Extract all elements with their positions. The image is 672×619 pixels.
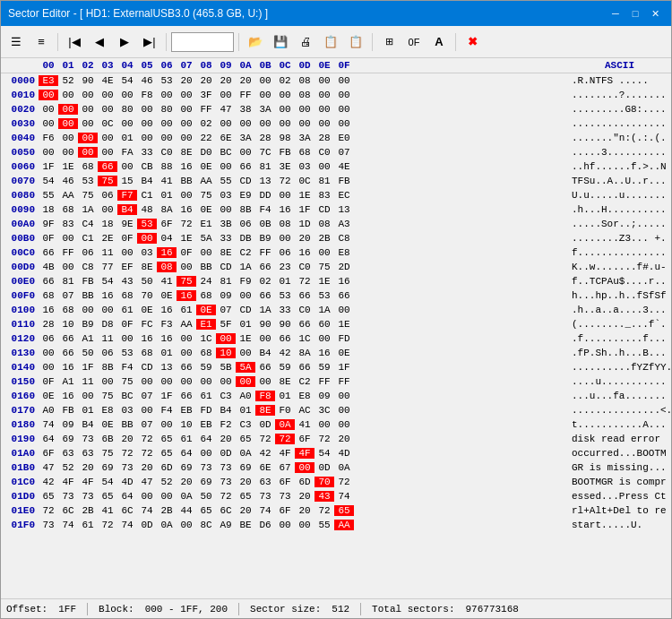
table-row[interactable]: 01E0726C2B416C742B44656C20746F207265rl+A… <box>1 503 671 518</box>
hex-cell[interactable]: 20 <box>295 505 314 516</box>
hex-cell[interactable]: 00 <box>196 448 216 459</box>
hex-cell[interactable]: 75 <box>117 376 137 387</box>
hex-cell[interactable]: 00 <box>78 305 98 315</box>
hex-cell[interactable]: 06 <box>98 348 117 358</box>
hex-cell[interactable]: 6B <box>98 434 117 444</box>
hex-cell[interactable]: 00 <box>275 90 295 100</box>
hex-cell[interactable]: E1 <box>196 319 216 330</box>
hex-cell[interactable]: 16 <box>177 290 196 301</box>
hex-cell[interactable]: 73 <box>78 434 98 444</box>
hex-cell[interactable]: 75 <box>98 176 117 186</box>
hex-cell[interactable]: 00 <box>78 147 98 158</box>
hex-cell[interactable]: 00 <box>334 90 354 100</box>
hex-cell[interactable]: 72 <box>117 448 137 459</box>
hex-cell[interactable]: F4 <box>117 362 137 373</box>
exit-button[interactable]: ✖ <box>461 30 484 54</box>
table-row[interactable]: 009018681A00B4488A160E008BF4161FCD13.h..… <box>1 202 671 217</box>
hex-cell[interactable]: 06 <box>78 247 98 258</box>
hex-cell[interactable]: 00 <box>177 190 196 201</box>
hex-cell[interactable]: C0 <box>295 305 314 315</box>
hex-cell[interactable]: 08 <box>275 219 295 229</box>
hex-cell[interactable]: C2 <box>236 247 255 258</box>
hex-cell[interactable]: E8 <box>295 391 314 401</box>
hex-cell[interactable]: EB <box>177 405 196 416</box>
hex-cell[interactable]: 07 <box>216 305 236 315</box>
hex-cell[interactable]: 5B <box>216 362 236 373</box>
hex-cell[interactable]: 16 <box>177 204 196 215</box>
hex-cell[interactable]: BB <box>177 176 196 186</box>
hex-cell[interactable]: 73 <box>39 520 58 530</box>
hex-cell[interactable]: F8 <box>255 391 275 401</box>
hex-cell[interactable]: 20 <box>117 434 137 444</box>
hex-cell[interactable]: 65 <box>236 434 255 444</box>
hex-cell[interactable]: AA <box>177 319 196 330</box>
hex-cell[interactable]: 72 <box>334 477 354 487</box>
hex-cell[interactable]: 66 <box>295 362 314 373</box>
hex-cell[interactable]: 75 <box>78 190 98 201</box>
hex-cell[interactable]: 53 <box>78 176 98 186</box>
hex-cell[interactable]: 00 <box>334 75 354 86</box>
hex-cell[interactable]: 16 <box>295 247 314 258</box>
hex-cell[interactable]: 88 <box>157 161 177 172</box>
print-button[interactable]: 🖨 <box>294 30 317 54</box>
hex-cell[interactable]: 69 <box>58 434 78 444</box>
hex-cell[interactable]: F9 <box>236 276 255 287</box>
hex-cell[interactable]: 1F <box>295 204 314 215</box>
hex-cell[interactable]: 90 <box>255 319 275 330</box>
hex-cell[interactable]: 00 <box>334 405 354 416</box>
hex-cell[interactable]: 53 <box>157 75 177 86</box>
hex-cell[interactable]: 00 <box>39 362 58 373</box>
hex-cell[interactable]: CD <box>314 204 334 215</box>
table-row[interactable]: 01B04752206973206D697373696E67000D0AGR i… <box>1 460 671 475</box>
hex-cell[interactable]: 10 <box>177 419 196 430</box>
hex-cell[interactable]: C0 <box>314 147 334 158</box>
hex-cell[interactable]: 0E <box>196 204 216 215</box>
hex-cell[interactable]: 66 <box>275 333 295 344</box>
hex-cell[interactable]: 6D <box>157 462 177 473</box>
hex-cell[interactable]: 74 <box>334 491 354 502</box>
hex-cell[interactable]: CD <box>137 362 157 373</box>
hex-cell[interactable]: 20 <box>295 491 314 502</box>
hex-cell[interactable]: 00 <box>236 147 255 158</box>
hex-cell[interactable]: 81 <box>314 176 334 186</box>
hex-cell[interactable]: 66 <box>255 262 275 272</box>
hex-cell[interactable]: 28 <box>255 133 275 143</box>
table-row[interactable]: 0000E352904E544653202020200002080000.R.N… <box>1 73 671 88</box>
hex-cell[interactable]: 10 <box>58 319 78 330</box>
hex-cell[interactable]: AA <box>334 520 354 530</box>
hex-cell[interactable]: 0E <box>196 305 216 315</box>
hex-cell[interactable]: 1E <box>177 233 196 244</box>
hex-cell[interactable]: 0E <box>196 161 216 172</box>
hex-cell[interactable]: 02 <box>255 276 275 287</box>
hex-cell[interactable]: CD <box>216 262 236 272</box>
hex-cell[interactable]: 01 <box>236 319 255 330</box>
hex-cell[interactable]: 75 <box>177 276 196 287</box>
hex-cell[interactable]: 1A <box>255 305 275 315</box>
hex-cell[interactable]: 00 <box>216 161 236 172</box>
hex-cell[interactable]: 00 <box>334 305 354 315</box>
hex-cell[interactable]: 68 <box>39 290 58 301</box>
hex-cell[interactable]: 9F <box>39 219 58 229</box>
hex-cell[interactable]: 72 <box>275 434 295 444</box>
hex-cell[interactable]: 8E <box>255 405 275 416</box>
hex-cell[interactable]: 55 <box>314 520 334 530</box>
hex-cell[interactable]: 2B <box>78 505 98 516</box>
hex-cell[interactable]: 74 <box>255 505 275 516</box>
hex-cell[interactable]: 66 <box>58 348 78 358</box>
hex-cell[interactable]: 52 <box>58 462 78 473</box>
hex-cell[interactable]: 52 <box>58 75 78 86</box>
hex-cell[interactable]: 20 <box>236 477 255 487</box>
hex-cell[interactable]: 00 <box>177 104 196 115</box>
hex-cell[interactable]: 00 <box>137 118 157 129</box>
hex-cell[interactable]: 8B <box>98 362 117 373</box>
hex-cell[interactable]: 2B <box>314 233 334 244</box>
hex-cell[interactable]: 0D <box>314 462 334 473</box>
hex-cell[interactable]: 28 <box>39 319 58 330</box>
paste-button[interactable]: 📋 <box>344 30 367 54</box>
table-row[interactable]: 00A09F83C4189E536F72E13B060B081D08A3....… <box>1 217 671 231</box>
hex-cell[interactable]: F0 <box>275 405 295 416</box>
hex-cell[interactable]: 63 <box>78 448 98 459</box>
hex-cell[interactable]: 00 <box>39 348 58 358</box>
hex-cell[interactable]: 01 <box>275 276 295 287</box>
hex-cell[interactable]: 20 <box>216 75 236 86</box>
